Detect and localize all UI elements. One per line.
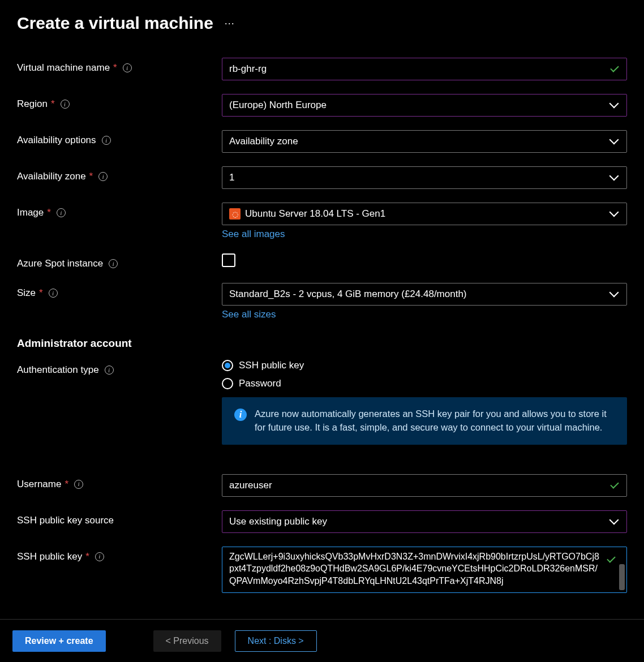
required-asterisk: * — [85, 551, 89, 562]
region-dropdown[interactable]: (Europe) North Europe — [222, 94, 627, 117]
size-label: Size — [17, 287, 36, 299]
see-all-sizes-link[interactable]: See all sizes — [222, 309, 276, 320]
info-icon[interactable]: i — [95, 552, 104, 561]
ssh-key-textarea[interactable]: ZgcWLLerj+9i3uxyhicksQVb33pMvHxrD3N3Z+3m… — [222, 547, 627, 593]
spot-instance-checkbox[interactable] — [222, 253, 235, 267]
availability-zone-value: 1 — [229, 172, 603, 183]
username-label: Username — [17, 479, 61, 490]
info-icon[interactable]: i — [49, 289, 58, 298]
auth-type-label: Authentication type — [17, 364, 99, 376]
size-dropdown[interactable]: Standard_B2s - 2 vcpus, 4 GiB memory (£2… — [222, 283, 627, 306]
more-actions-icon[interactable]: ··· — [225, 18, 235, 29]
radio-icon — [222, 360, 233, 371]
valid-check-icon — [609, 482, 620, 489]
info-icon[interactable]: i — [102, 136, 111, 145]
review-create-button[interactable]: Review + create — [12, 630, 106, 652]
auth-type-ssh-label: SSH public key — [239, 360, 304, 371]
ubuntu-icon — [229, 208, 241, 220]
next-disks-button[interactable]: Next : Disks > — [235, 630, 317, 652]
wizard-footer: Review + create < Previous Next : Disks … — [0, 619, 644, 662]
username-input[interactable] — [229, 480, 603, 491]
ssh-info-banner: i Azure now automatically generates an S… — [222, 397, 627, 445]
ssh-info-text: Azure now automatically generates an SSH… — [255, 407, 615, 435]
chevron-down-icon — [611, 210, 619, 218]
ssh-source-label: SSH public key source — [17, 515, 114, 526]
ssh-source-value: Use existing public key — [229, 516, 603, 527]
previous-button[interactable]: < Previous — [153, 630, 221, 652]
see-all-images-link[interactable]: See all images — [222, 229, 285, 240]
admin-account-section: Administrator account — [17, 337, 627, 350]
page-title: Create a virtual machine — [17, 14, 213, 33]
region-value: (Europe) North Europe — [229, 100, 603, 111]
ssh-key-value: ZgcWLLerj+9i3uxyhicksQVb33pMvHxrD3N3Z+3m… — [229, 551, 604, 587]
availability-zone-label: Availability zone — [17, 171, 86, 182]
username-input-wrap[interactable] — [222, 474, 627, 497]
radio-icon — [222, 378, 233, 389]
info-icon[interactable]: i — [109, 259, 118, 268]
required-asterisk: * — [113, 62, 117, 74]
spot-instance-label: Azure Spot instance — [17, 258, 103, 269]
info-icon[interactable]: i — [123, 63, 132, 72]
ssh-source-dropdown[interactable]: Use existing public key — [222, 510, 627, 533]
region-label: Region — [17, 98, 48, 110]
image-label: Image — [17, 207, 44, 218]
info-icon[interactable]: i — [105, 366, 114, 375]
info-icon[interactable]: i — [98, 172, 108, 181]
chevron-down-icon — [611, 174, 619, 182]
vm-name-label: Virtual machine name — [17, 62, 110, 74]
valid-check-icon — [609, 66, 620, 72]
vm-name-input-wrap[interactable] — [222, 58, 627, 80]
info-icon[interactable]: i — [74, 480, 83, 489]
scrollbar-thumb[interactable] — [619, 564, 625, 590]
image-dropdown[interactable]: Ubuntu Server 18.04 LTS - Gen1 — [222, 203, 627, 225]
availability-options-dropdown[interactable]: Availability zone — [222, 130, 627, 153]
chevron-down-icon — [611, 518, 619, 526]
required-asterisk: * — [39, 287, 43, 299]
chevron-down-icon — [611, 101, 619, 109]
availability-zone-dropdown[interactable]: 1 — [222, 166, 627, 189]
required-asterisk: * — [47, 207, 51, 218]
auth-type-password-label: Password — [239, 378, 281, 389]
availability-options-value: Availability zone — [229, 136, 603, 147]
required-asterisk: * — [89, 171, 93, 182]
info-icon[interactable]: i — [61, 100, 70, 109]
vm-name-input[interactable] — [229, 63, 603, 75]
auth-type-password-radio[interactable]: Password — [222, 378, 627, 389]
required-asterisk: * — [65, 479, 68, 490]
info-icon[interactable]: i — [57, 208, 66, 217]
size-value: Standard_B2s - 2 vcpus, 4 GiB memory (£2… — [229, 289, 603, 300]
image-value: Ubuntu Server 18.04 LTS - Gen1 — [245, 208, 603, 220]
valid-check-icon — [606, 556, 616, 563]
required-asterisk: * — [51, 98, 55, 110]
availability-options-label: Availability options — [17, 135, 96, 146]
chevron-down-icon — [611, 137, 619, 145]
auth-type-ssh-radio[interactable]: SSH public key — [222, 360, 627, 371]
chevron-down-icon — [611, 290, 619, 298]
ssh-key-label: SSH public key — [17, 551, 82, 562]
info-filled-icon: i — [234, 409, 247, 421]
